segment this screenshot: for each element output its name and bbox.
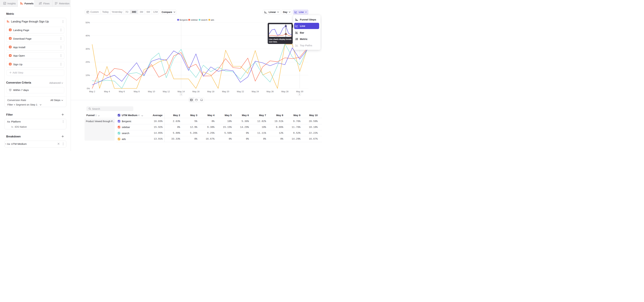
- svg-text:May 22: May 22: [237, 90, 244, 93]
- svg-text:over time.: over time.: [269, 41, 278, 43]
- svg-text:May 6: May 6: [119, 90, 125, 93]
- svg-text:May 18: May 18: [207, 90, 214, 93]
- svg-text:30%: 30%: [86, 48, 90, 50]
- svg-text:10%: 10%: [86, 74, 90, 76]
- svg-text:50%: 50%: [86, 21, 90, 24]
- svg-text:40%: 40%: [86, 34, 90, 37]
- svg-text:0%: 0%: [87, 87, 90, 90]
- svg-text:May 10: May 10: [148, 90, 155, 93]
- svg-text:May 30: May 30: [296, 90, 304, 93]
- svg-text:May 28: May 28: [281, 90, 288, 93]
- svg-text:May 12: May 12: [163, 90, 170, 93]
- svg-text:May 2: May 2: [89, 90, 95, 93]
- svg-text:May 8: May 8: [134, 90, 140, 93]
- svg-text:May 24: May 24: [252, 90, 259, 93]
- svg-text:May 16: May 16: [192, 90, 200, 93]
- svg-text:May 14: May 14: [178, 90, 185, 93]
- svg-text:Line charts display trends: Line charts display trends: [269, 38, 292, 40]
- svg-text:May 20: May 20: [222, 90, 229, 93]
- svg-text:May 26: May 26: [266, 90, 274, 93]
- svg-text:20%: 20%: [86, 61, 90, 63]
- svg-text:May 4: May 4: [104, 90, 110, 93]
